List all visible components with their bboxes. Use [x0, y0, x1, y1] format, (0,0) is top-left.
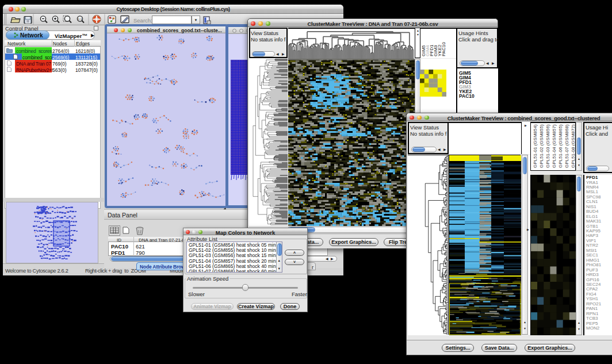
svg-text:1:1: 1:1 [78, 17, 82, 21]
